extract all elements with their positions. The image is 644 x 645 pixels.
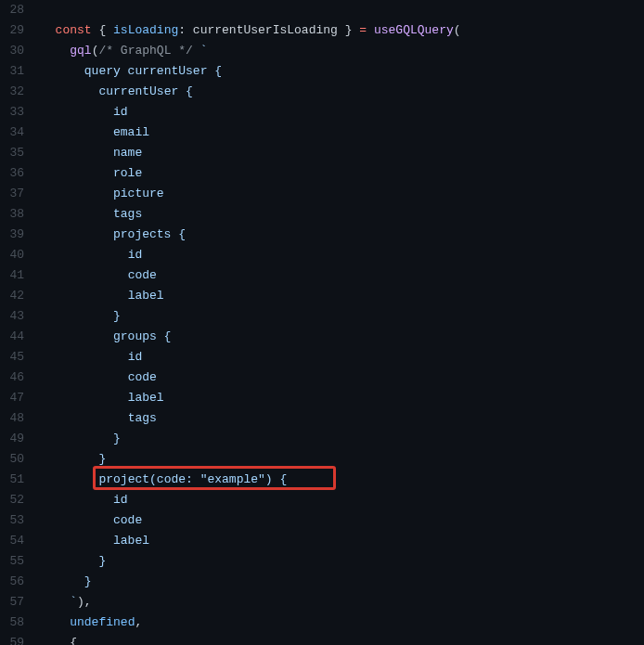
line-content: id: [41, 347, 644, 368]
token-str: }: [98, 554, 106, 568]
line-content: {: [41, 633, 644, 645]
line-number: 49: [0, 429, 41, 449]
code-line: 44 groups {: [0, 327, 644, 347]
token-str: `: [70, 595, 77, 609]
line-content: }: [41, 551, 644, 572]
line-number: 51: [0, 470, 41, 490]
line-number: 46: [0, 368, 41, 388]
line-number: 53: [0, 510, 41, 531]
code-line: 43 }: [0, 306, 644, 327]
code-line: 37 picture: [0, 184, 644, 204]
line-number: 32: [0, 82, 41, 102]
line-content: label: [41, 531, 644, 551]
line-content: `),: [41, 592, 644, 613]
token-undef: undefined: [70, 615, 135, 629]
line-content: id: [41, 245, 644, 265]
line-content: currentUser {: [41, 82, 644, 102]
code-line: 38 tags: [0, 204, 644, 225]
token-str: currentUser {: [98, 84, 192, 98]
line-content: id: [41, 490, 644, 510]
line-number: 59: [0, 633, 41, 645]
token-fn: gql: [70, 44, 91, 58]
code-line: 34 email: [0, 123, 644, 143]
line-number: 54: [0, 531, 41, 551]
line-number: 50: [0, 449, 41, 470]
token-str: role: [113, 166, 142, 180]
line-number: 39: [0, 225, 41, 245]
token-str: }: [84, 574, 92, 588]
token-str: email: [113, 125, 149, 139]
token-str: id: [113, 493, 128, 507]
token-str: name: [113, 146, 142, 160]
line-number: 34: [0, 123, 41, 143]
token-kw: const: [56, 23, 99, 37]
token-punct: {: [70, 636, 77, 645]
line-content: const { isLoading: currentUserIsLoading …: [41, 20, 644, 41]
line-content: role: [41, 163, 644, 184]
token-punct: (: [454, 23, 461, 37]
line-content: tags: [41, 204, 644, 225]
token-str: id: [128, 350, 143, 364]
line-content: code: [41, 265, 644, 286]
line-number: 28: [0, 0, 41, 20]
code-line: 42 label: [0, 286, 644, 306]
line-number: 40: [0, 245, 41, 265]
code-line: 51 project(code: "example") {: [0, 470, 644, 490]
code-line: 47 label: [0, 388, 644, 408]
token-str: `: [200, 44, 208, 58]
line-number: 33: [0, 102, 41, 123]
code-line: 33 id: [0, 102, 644, 123]
line-content: email: [41, 123, 644, 143]
line-number: 45: [0, 347, 41, 368]
line-number: 48: [0, 408, 41, 429]
token-str: project(code: "example") {: [98, 472, 287, 486]
line-content: id: [41, 102, 644, 123]
line-content: picture: [41, 184, 644, 204]
line-number: 47: [0, 388, 41, 408]
line-content: projects {: [41, 225, 644, 245]
code-line: 52 id: [0, 490, 644, 510]
token-str: query currentUser {: [84, 64, 222, 78]
token-prop: isLoading: [113, 23, 178, 37]
token-str: id: [113, 105, 128, 119]
line-content: label: [41, 286, 644, 306]
token-punct: : currentUserIsLoading }: [178, 23, 359, 37]
line-content: groups {: [41, 327, 644, 347]
code-line: 32 currentUser {: [0, 82, 644, 102]
code-line: 50 }: [0, 449, 644, 470]
token-punct: ),: [77, 595, 92, 609]
token-str: code: [113, 513, 142, 527]
line-number: 37: [0, 184, 41, 204]
token-str: }: [98, 452, 106, 466]
line-content: code: [41, 510, 644, 531]
line-content: gql(/* GraphQL */ `: [41, 41, 644, 61]
line-number: 36: [0, 163, 41, 184]
line-number: 58: [0, 613, 41, 633]
code-line: 41 code: [0, 265, 644, 286]
token-str: groups {: [113, 329, 171, 343]
token-str: code: [128, 370, 157, 384]
line-content: code: [41, 368, 644, 388]
line-content: tags: [41, 408, 644, 429]
code-line: 30 gql(/* GraphQL */ `: [0, 41, 644, 61]
line-content: undefined,: [41, 613, 644, 633]
code-line: 49 }: [0, 429, 644, 449]
token-str: tags: [113, 207, 142, 221]
token-str: picture: [113, 187, 164, 200]
token-comment: /* GraphQL */: [98, 44, 200, 58]
token-punct: [367, 23, 374, 37]
token-str: projects {: [113, 227, 186, 241]
code-line: 28: [0, 0, 644, 20]
code-line: 45 id: [0, 347, 644, 368]
line-number: 44: [0, 327, 41, 347]
line-number: 41: [0, 265, 41, 286]
line-number: 35: [0, 143, 41, 163]
line-content: query currentUser {: [41, 61, 644, 82]
token-fn: useGQLQuery: [374, 23, 454, 37]
token-str: label: [113, 534, 149, 548]
line-number: 42: [0, 286, 41, 306]
code-line: 57 `),: [0, 592, 644, 613]
token-str: label: [128, 289, 164, 303]
line-number: 55: [0, 551, 41, 572]
token-str: code: [128, 268, 157, 282]
